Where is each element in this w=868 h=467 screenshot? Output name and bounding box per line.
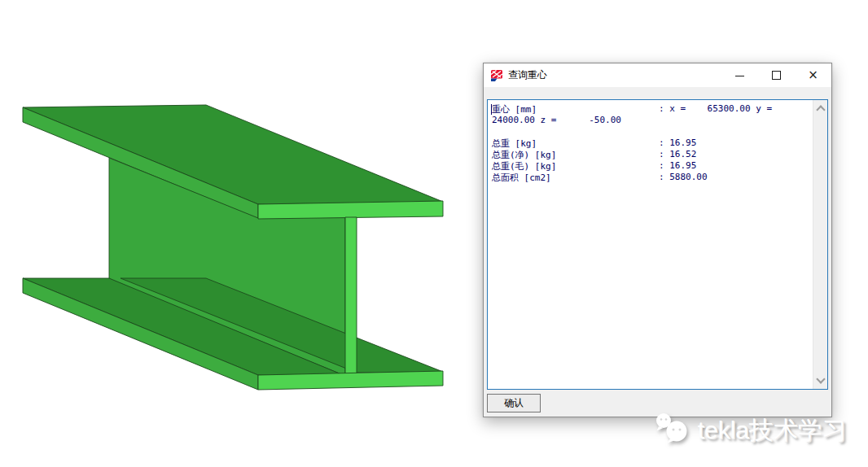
close-icon: × [808, 69, 818, 81]
inquiry-results-textarea[interactable]: 重心 [mm]: x = 65300.00 y =24000.00 z = -5… [487, 99, 828, 390]
desktop-background: 查询重心 × 重心 [mm]: x = 65300.00 y =24000.00… [0, 0, 868, 467]
cross-section-top-flange[interactable] [258, 201, 443, 219]
minimize-icon [735, 76, 744, 76]
dialog-titlebar[interactable]: 查询重心 × [484, 63, 831, 87]
inquiry-dialog: 查询重心 × 重心 [mm]: x = 65300.00 y =24000.00… [483, 63, 832, 417]
inquiry-row: 总重(净) [kg]: 16.52 [488, 149, 813, 160]
maximize-icon [772, 71, 781, 80]
scroll-down-icon[interactable] [816, 374, 825, 383]
cross-section-web[interactable] [345, 217, 357, 376]
inquiry-row [488, 126, 813, 137]
wechat-icon [654, 412, 691, 449]
inquiry-rows: 重心 [mm]: x = 65300.00 y =24000.00 z = -5… [488, 103, 813, 183]
scroll-up-icon[interactable] [816, 105, 825, 114]
confirm-button[interactable]: 确认 [487, 394, 541, 412]
ibeam-3d-view[interactable] [0, 0, 464, 407]
tekla-icon [490, 69, 503, 82]
minimize-button[interactable] [721, 63, 758, 87]
inquiry-row: 24000.00 z = -50.00 [488, 115, 813, 126]
watermark-text: tekla技术学习 [698, 414, 847, 447]
caption-buttons: × [721, 63, 831, 87]
inquiry-row: 重心 [mm]: x = 65300.00 y = [488, 103, 813, 115]
watermark: tekla技术学习 [654, 412, 847, 449]
inquiry-row: 总重(毛) [kg]: 16.95 [488, 160, 813, 172]
top-flange-top-face[interactable] [23, 105, 443, 204]
close-button[interactable]: × [795, 63, 831, 87]
inquiry-row: 总面积 [cm2]: 5880.00 [488, 172, 813, 183]
maximize-button[interactable] [758, 63, 795, 87]
dialog-title: 查询重心 [508, 68, 547, 82]
inquiry-row: 总重 [kg]: 16.95 [488, 137, 813, 149]
vertical-scrollbar[interactable] [813, 100, 827, 389]
